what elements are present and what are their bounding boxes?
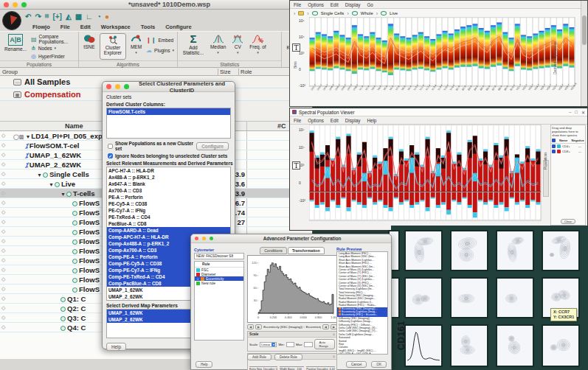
- tab-conditions[interactable]: Conditions: [260, 247, 287, 254]
- contour-tile[interactable]: [450, 324, 488, 367]
- close-icon[interactable]: ✕: [581, 110, 585, 115]
- menu-go[interactable]: Go: [367, 2, 373, 7]
- cluster-column-item[interactable]: FlowSOM.T-cells: [107, 108, 230, 115]
- tab-workspace[interactable]: Workspace: [101, 24, 131, 30]
- breadcrumb-item[interactable]: Single Cells: [321, 11, 345, 15]
- tab-flowjo[interactable]: Flowjo: [32, 24, 50, 30]
- dialog-titlebar[interactable]: Select Clustered Parameters and ClusterI…: [103, 82, 235, 92]
- menu-edit[interactable]: Edit: [331, 2, 339, 7]
- caret-down-icon[interactable]: ▼: [25, 134, 30, 139]
- tree-row-label[interactable]: FlowS: [72, 276, 100, 284]
- maximize-icon[interactable]: □: [575, 110, 578, 115]
- breadcrumb-item[interactable]: Whole: [361, 11, 373, 15]
- contour-tile[interactable]: [404, 277, 443, 318]
- measurement-item[interactable]: PE-TxRed-A :: CD4: [107, 214, 230, 220]
- measurement-item[interactable]: PE-Cy7-A :: IFNg: [107, 207, 230, 214]
- count-column-header[interactable]: #C: [277, 122, 286, 130]
- menu-options[interactable]: Options: [308, 2, 324, 7]
- transform-slider[interactable]: Positive Decades: 4.42: [306, 361, 335, 370]
- cytometer-field[interactable]: NEW: FACSDiscover S8: [194, 253, 244, 259]
- main-titlebar[interactable]: *unsaved* 1010Demo.wsp: [0, 0, 312, 10]
- tree-row-label[interactable]: ◯▥ ▼LD14_PI+PI_D05_exp: [13, 132, 103, 140]
- tree-row-label[interactable]: Q2: C: [60, 304, 86, 313]
- add-gate-icon[interactable]: [+]: [52, 13, 62, 21]
- zoom-icon[interactable]: [21, 2, 27, 7]
- menu-help[interactable]: Help: [367, 118, 376, 123]
- measurement-item[interactable]: PE-A :: Perforin: [107, 194, 230, 200]
- cluster-columns-list[interactable]: FlowSOM.T-cells: [106, 108, 231, 139]
- measurement-item[interactable]: PE-Cy5-A :: CD38: [107, 200, 230, 207]
- max-field[interactable]: [304, 342, 312, 347]
- tree-row-label[interactable]: FlowS: [72, 266, 100, 274]
- population-row[interactable]: CD4+—: [551, 144, 585, 149]
- menu-display[interactable]: Display: [345, 118, 361, 123]
- tree-row-label[interactable]: ▼Live: [49, 180, 75, 188]
- rule-checkbox[interactable]: ✓: [196, 277, 199, 280]
- tab-file[interactable]: File: [60, 24, 70, 30]
- add-rule-button[interactable]: Add Rule: [247, 354, 271, 360]
- rules-list[interactable]: Rule FSCDiameter✓EccentricityNew rule: [194, 261, 244, 341]
- close-icon[interactable]: [195, 237, 198, 240]
- measurement-item[interactable]: PacBlue-A :: CD8: [107, 220, 230, 227]
- spec-titlebar[interactable]: Spectral Population Viewer – □ ✕: [290, 108, 587, 116]
- dialog-titlebar[interactable]: Advanced Parameter Configuration: [191, 234, 391, 243]
- tree-row-label[interactable]: FlowS: [72, 209, 100, 217]
- band-plot[interactable]: UV1-AUV2-AUV3-AUV4-AUV5-AUV6-AUV7-AUV8-A…: [309, 17, 579, 106]
- plugins-button[interactable]: ☁ Plugins▾: [146, 46, 174, 55]
- menu-edit[interactable]: Edit: [331, 118, 339, 123]
- contour-tile[interactable]: [496, 230, 534, 271]
- add-statistic-button[interactable]: Σ Add Statistic...: [181, 33, 206, 60]
- tree-row-label[interactable]: FlowS: [72, 237, 100, 245]
- undo-icon[interactable]: ↶: [25, 13, 31, 21]
- measurement-item[interactable]: Ax647-A :: Blank: [107, 181, 230, 187]
- measurement-item[interactable]: Ax488-A :: p-ERK1_2: [107, 174, 230, 181]
- hyperfinder-button[interactable]: ◎ HyperFinder: [31, 52, 75, 60]
- delete-rule-button[interactable]: Delete Rule: [274, 354, 302, 360]
- folder-icon[interactable]: [298, 11, 304, 15]
- tab-tools[interactable]: Tools: [141, 24, 155, 30]
- flowjo-logo-icon[interactable]: [2, 11, 21, 30]
- transform-slider[interactable]: Width Basis: -100: [280, 361, 304, 370]
- measurement-item[interactable]: Comp-AARD-A :: Dead: [107, 227, 230, 234]
- transform-slider[interactable]: Extra Neg. Decades: 0: [249, 361, 277, 370]
- tree-row-label[interactable]: Q4: C: [60, 324, 86, 332]
- help-button[interactable]: Help: [196, 361, 212, 368]
- help-button[interactable]: Help: [106, 343, 126, 351]
- clock-icon[interactable]: ◔: [97, 13, 101, 21]
- close-icon[interactable]: [106, 84, 111, 89]
- median-button[interactable]: Median▾: [209, 33, 227, 60]
- clear-button[interactable]: Clear: [561, 219, 575, 224]
- histogram-tile[interactable]: [404, 324, 443, 367]
- tree-row-label[interactable]: FlowS: [72, 285, 100, 293]
- zoom-icon[interactable]: [124, 84, 129, 89]
- cancel-button[interactable]: Cancel: [346, 361, 367, 368]
- show-populations-checkbox[interactable]: [108, 144, 113, 149]
- rule-row[interactable]: New rule: [195, 281, 243, 285]
- caret-down-icon[interactable]: ▼: [60, 192, 66, 197]
- nodes-button[interactable]: ⋔ Nodes▾: [31, 44, 75, 52]
- contour-tile[interactable]: [404, 230, 443, 271]
- caret-down-icon[interactable]: ▼: [37, 172, 42, 178]
- next-param-button[interactable]: ▶: [255, 324, 262, 329]
- tree-row-label[interactable]: ⁒UMAP_2_62WK: [25, 161, 81, 169]
- gate-tool-icon[interactable]: ⌗: [45, 12, 49, 21]
- auto-range-button[interactable]: Auto Range: [314, 339, 335, 349]
- tree-row-label[interactable]: ▼T-cells: [60, 189, 95, 198]
- spectra-plot[interactable]: [309, 125, 545, 226]
- menu-file[interactable]: File: [294, 118, 301, 123]
- close-icon[interactable]: [4, 2, 9, 7]
- slider-ruler[interactable]: [249, 361, 277, 367]
- parameter-histogram[interactable]: 30609012000.2000.4000.6000.8001.00: [247, 255, 337, 323]
- contour-tile[interactable]: [450, 230, 488, 271]
- transform-button[interactable]: T: [292, 161, 300, 170]
- transform-button[interactable]: T: [292, 43, 300, 52]
- tree-row-label[interactable]: Q1: C: [60, 295, 86, 303]
- min-field[interactable]: [286, 342, 294, 347]
- tree-row-label[interactable]: Q3: C: [60, 314, 86, 322]
- collapse-icon[interactable]: ≡: [333, 332, 335, 336]
- contour-tile[interactable]: [542, 324, 580, 367]
- binoculars-icon[interactable]: ◭: [66, 13, 72, 21]
- rule-preview-list[interactable]: Long Axis Moment (FSC) ...Long Axis Mome…: [336, 251, 388, 355]
- tree-row-label[interactable]: FlowS: [72, 228, 100, 236]
- tab-transformation[interactable]: Transformation: [288, 247, 325, 254]
